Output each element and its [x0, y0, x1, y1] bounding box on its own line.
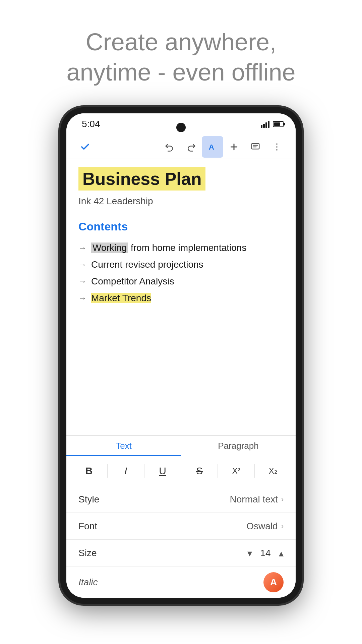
document-content: Business Plan Ink 42 Leadership Contents…	[66, 159, 296, 435]
camera-cutout	[176, 123, 186, 132]
format-tabs: Text Paragraph	[66, 436, 296, 456]
bottom-partial-row: Italic A	[66, 567, 296, 598]
format-buttons-row: B I U S X²	[66, 456, 296, 486]
size-value: 14	[259, 548, 272, 558]
phone-shell: 5:04	[60, 107, 302, 604]
bold-button[interactable]: B	[78, 462, 100, 480]
tab-paragraph[interactable]: Paragraph	[181, 436, 296, 456]
list-item: → Working from home implementations	[78, 243, 284, 253]
style-row[interactable]: Style Normal text ›	[66, 486, 296, 513]
arrow-icon: →	[78, 293, 86, 303]
size-controls: ▾ 14 ▴	[247, 548, 284, 559]
style-label: Style	[78, 494, 99, 505]
phone-mockup: 5:04	[60, 107, 302, 604]
style-value[interactable]: Normal text ›	[230, 494, 284, 505]
chevron-right-icon: ›	[281, 522, 284, 531]
list-item-text: Current revised projections	[91, 259, 203, 270]
svg-point-7	[276, 146, 278, 148]
status-icons	[261, 120, 284, 128]
list-item-text: Working from home implementations	[91, 243, 246, 253]
document-list: → Working from home implementations → Cu…	[78, 243, 284, 304]
phone-screen: 5:04	[66, 113, 296, 598]
divider	[181, 464, 181, 478]
document-subtitle: Ink 42 Leadership	[78, 196, 284, 207]
highlighted-word-yellow: Market Trends	[91, 293, 151, 303]
partial-label: Italic	[78, 577, 98, 588]
divider	[144, 464, 144, 478]
style-value-text: Normal text	[230, 494, 278, 505]
add-button[interactable]	[223, 136, 245, 158]
highlighted-word: Working	[91, 243, 128, 253]
undo-button[interactable]	[159, 136, 180, 158]
avatar: A	[263, 572, 284, 592]
italic-button[interactable]: I	[115, 462, 136, 480]
headline-text: Create anywhere,	[86, 29, 276, 55]
list-item-text: Competitor Analysis	[91, 276, 174, 287]
more-button[interactable]	[266, 136, 288, 158]
font-label: Font	[78, 521, 97, 532]
battery-fill	[274, 122, 280, 126]
font-value-text: Oswald	[246, 521, 278, 532]
size-increase-button[interactable]: ▴	[279, 548, 284, 559]
comment-button[interactable]	[245, 136, 266, 158]
svg-text:A: A	[209, 143, 214, 151]
status-bar: 5:04	[66, 113, 296, 135]
headline: Create anywhere, anytime - even offline	[46, 27, 315, 87]
underline-button[interactable]: U	[152, 462, 173, 480]
list-item-text: Market Trends	[91, 293, 151, 304]
svg-point-6	[276, 143, 278, 145]
chevron-right-icon: ›	[281, 495, 284, 504]
document-toolbar: A	[66, 135, 296, 159]
check-button[interactable]	[74, 136, 96, 158]
divider	[218, 464, 218, 478]
redo-button[interactable]	[180, 136, 202, 158]
document-heading: Contents	[78, 220, 284, 233]
battery-icon	[273, 121, 284, 127]
document-title: Business Plan	[78, 167, 205, 191]
divider	[107, 464, 108, 478]
arrow-icon: →	[78, 243, 86, 253]
format-panel: Text Paragraph B I	[66, 435, 296, 598]
superscript-button[interactable]: X²	[226, 462, 247, 480]
font-value[interactable]: Oswald ›	[246, 521, 284, 532]
list-item: → Current revised projections	[78, 259, 284, 270]
size-decrease-button[interactable]: ▾	[247, 548, 252, 559]
text-format-button[interactable]: A	[202, 136, 223, 158]
headline-text2: anytime - even offline	[66, 59, 295, 86]
list-item: → Market Trends	[78, 293, 284, 304]
svg-rect-3	[252, 144, 259, 149]
tab-text[interactable]: Text	[66, 436, 181, 456]
strikethrough-button[interactable]: S	[189, 462, 210, 480]
status-time: 5:04	[82, 119, 100, 129]
subscript-button[interactable]: X₂	[262, 462, 284, 480]
signal-icon	[261, 120, 269, 128]
arrow-icon: →	[78, 260, 86, 269]
divider	[254, 464, 255, 478]
size-row: Size ▾ 14 ▴	[66, 540, 296, 567]
svg-point-8	[276, 149, 278, 150]
font-row[interactable]: Font Oswald ›	[66, 513, 296, 540]
list-item: → Competitor Analysis	[78, 276, 284, 287]
arrow-icon: →	[78, 277, 86, 286]
size-label: Size	[78, 548, 97, 558]
